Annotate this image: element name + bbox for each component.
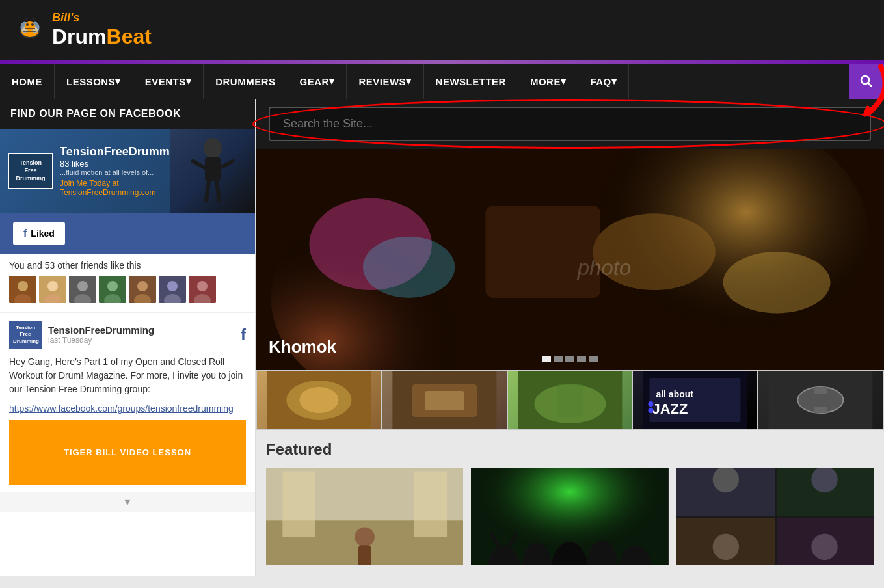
nav-item-newsletter[interactable]: NEWSLETTER xyxy=(424,64,518,99)
fb-post-thumbnail[interactable]: TIGER BILL VIDEO LESSON xyxy=(9,420,246,485)
thumb-img: all about JAZZ xyxy=(633,371,757,429)
fb-likes-count: 83 likes xyxy=(60,159,187,168)
nav-item-lessons[interactable]: LESSONS ▾ xyxy=(55,64,133,99)
svg-line-18 xyxy=(217,181,219,200)
thumb-img xyxy=(758,371,883,429)
hero-dot-active[interactable] xyxy=(542,356,551,362)
svg-point-47 xyxy=(363,237,455,298)
svg-point-63 xyxy=(649,408,654,413)
hero-dot[interactable] xyxy=(554,356,563,362)
search-icon xyxy=(859,74,874,89)
nav-item-drummers[interactable]: DRUMMERS xyxy=(204,64,288,99)
svg-point-26 xyxy=(77,281,88,291)
nav-link-more[interactable]: MORE ▾ xyxy=(518,64,579,99)
hero-dots xyxy=(542,356,598,362)
search-input[interactable] xyxy=(269,107,871,141)
thumb-img xyxy=(382,371,507,429)
featured-card-2[interactable] xyxy=(471,468,668,565)
main-nav: HOME LESSONS ▾ EVENTS ▾ DRUMMERS GEAR ▾ … xyxy=(0,64,884,99)
main-content: photo Khomok xyxy=(256,99,884,576)
friend-avatar xyxy=(99,276,126,303)
thumbnail-item[interactable] xyxy=(508,371,632,429)
nav-link-drummers[interactable]: DRUMMERS xyxy=(204,64,288,99)
dropdown-arrow-icon: ▾ xyxy=(186,75,192,87)
svg-point-11 xyxy=(861,76,869,84)
fb-join-link[interactable]: Join Me Today at TensionFreeDrumming.com xyxy=(60,179,187,197)
nav-item-more[interactable]: MORE ▾ xyxy=(518,64,579,99)
nav-link-newsletter[interactable]: NEWSLETTER xyxy=(424,64,518,99)
search-wrapper xyxy=(269,107,871,141)
svg-text:all about: all about xyxy=(656,389,694,399)
svg-rect-71 xyxy=(414,471,447,537)
thumbnail-item[interactable] xyxy=(382,371,507,429)
thumbnail-strip: all about JAZZ xyxy=(256,370,884,430)
site-header: Bill's Drum Beat xyxy=(0,0,884,60)
svg-point-51 xyxy=(299,387,338,413)
thumb-img xyxy=(508,371,632,429)
nav-link-lessons[interactable]: LESSONS ▾ xyxy=(55,64,133,99)
liked-button[interactable]: f Liked xyxy=(13,222,65,245)
fb-page-info: TensionFreeDrumming 83 likes ...fluid mo… xyxy=(60,145,187,197)
nav-link-reviews[interactable]: REVIEWS ▾ xyxy=(347,64,423,99)
logo-beat-text: Beat xyxy=(107,25,152,49)
hero-caption-wrapper: Khomok xyxy=(269,337,336,357)
featured-card-3[interactable] xyxy=(676,468,874,565)
svg-rect-45 xyxy=(485,206,600,298)
friends-text: You and 53 other friends like this xyxy=(9,260,237,271)
search-button[interactable] xyxy=(849,64,884,99)
nav-link-home[interactable]: HOME xyxy=(0,64,55,99)
nav-link-gear[interactable]: GEAR ▾ xyxy=(288,64,347,99)
dropdown-arrow-icon: ▾ xyxy=(406,75,412,87)
post-thumbnail-label: TIGER BILL VIDEO LESSON xyxy=(64,448,191,457)
nav-item-events[interactable]: EVENTS ▾ xyxy=(133,64,204,99)
svg-point-90 xyxy=(712,534,738,560)
nav-item-home[interactable]: HOME xyxy=(0,64,55,99)
fb-post-time: last Tuesday xyxy=(48,336,154,345)
svg-point-29 xyxy=(107,281,118,291)
thumbnail-item[interactable]: all about JAZZ xyxy=(633,371,757,429)
logo[interactable]: Bill's Drum Beat xyxy=(10,10,152,49)
svg-rect-14 xyxy=(205,157,221,181)
hero-dot[interactable] xyxy=(565,356,574,362)
nav-link-events[interactable]: EVENTS ▾ xyxy=(133,64,204,99)
logo-bills: Bill's xyxy=(52,11,152,25)
dropdown-arrow-icon: ▾ xyxy=(115,75,121,87)
nav-item-reviews[interactable]: REVIEWS ▾ xyxy=(347,64,423,99)
svg-point-91 xyxy=(811,534,837,560)
fb-post-body: Hey Gang, Here's Part 1 of my Open and C… xyxy=(9,355,246,396)
hero-dot[interactable] xyxy=(577,356,586,362)
nav-link-faq[interactable]: FAQ ▾ xyxy=(578,64,629,99)
logo-bee-icon xyxy=(10,10,49,49)
fb-liked-row: f Liked xyxy=(0,213,255,254)
friend-avatar xyxy=(159,276,186,303)
friend-avatar xyxy=(9,276,36,303)
facebook-section-header: FIND OUR PAGE ON FACEBOOK xyxy=(0,99,255,129)
sidebar: FIND OUR PAGE ON FACEBOOK Tension Free D… xyxy=(0,99,256,576)
fb-page-banner: Tension Free Drumming TensionFreeDrummin… xyxy=(0,129,255,213)
hero-dot[interactable] xyxy=(589,356,598,362)
fb-friends-section: You and 53 other friends like this xyxy=(0,254,255,312)
svg-point-7 xyxy=(26,23,29,26)
thumb-img xyxy=(257,371,381,429)
nav-item-gear[interactable]: GEAR ▾ xyxy=(288,64,347,99)
fb-page-name: TensionFreeDrumming xyxy=(60,145,187,159)
dropdown-arrow-icon: ▾ xyxy=(611,75,617,87)
fb-post-link[interactable]: https://www.facebook.com/groups/tensionf… xyxy=(9,403,234,414)
thumbnail-item[interactable] xyxy=(758,371,883,429)
svg-point-35 xyxy=(167,281,178,291)
logo-drumbeat: Drum Beat xyxy=(52,25,152,49)
nav-item-faq[interactable]: FAQ ▾ xyxy=(578,64,629,99)
friend-avatar xyxy=(129,276,156,303)
featured-card-1[interactable] xyxy=(266,468,463,565)
liked-button-label: Liked xyxy=(31,228,55,239)
hero-slider: photo Khomok xyxy=(256,149,884,370)
thumbnail-item[interactable] xyxy=(257,371,381,429)
svg-line-10 xyxy=(33,18,34,21)
search-overlay xyxy=(256,99,884,149)
svg-point-8 xyxy=(31,23,34,26)
sidebar-scroll-arrow[interactable]: ▼ xyxy=(0,492,255,512)
friend-avatars xyxy=(9,276,237,303)
fb-tagline: ...fluid motion at all levels of... xyxy=(60,168,187,176)
fb-icon: f xyxy=(23,228,27,239)
fb-logo-line2: Free xyxy=(14,167,47,175)
